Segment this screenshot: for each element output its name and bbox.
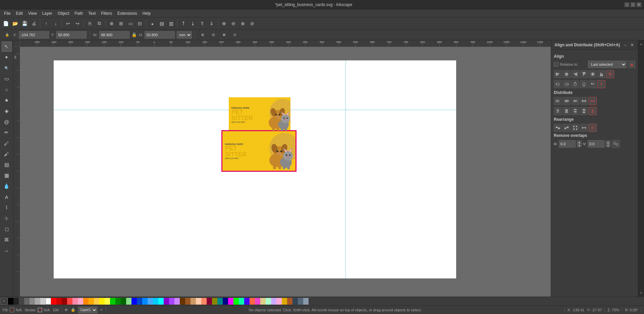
w-input[interactable] bbox=[99, 31, 129, 39]
align-top-edge-button[interactable] bbox=[580, 70, 588, 78]
palette-swatch-navy[interactable] bbox=[223, 298, 228, 305]
palette-swatch-brown2[interactable] bbox=[185, 298, 191, 305]
rect-tool-button[interactable]: ▭ bbox=[2, 74, 12, 84]
x-input[interactable] bbox=[19, 31, 49, 39]
path-diff-button[interactable]: ⊖ bbox=[229, 19, 238, 28]
raise-button[interactable]: ⤒ bbox=[179, 19, 188, 28]
align-center-h-button[interactable] bbox=[589, 70, 597, 78]
stroke-swatch[interactable] bbox=[38, 308, 42, 312]
lock-aspect-icon[interactable]: 🔒 bbox=[131, 32, 137, 37]
eraser-tool-button[interactable]: ◻ bbox=[2, 224, 12, 234]
palette-swatch-pink1[interactable] bbox=[72, 298, 78, 305]
palette-swatch-xlgray[interactable] bbox=[40, 298, 46, 305]
lower-bottom-button[interactable]: ⇓ bbox=[207, 19, 216, 28]
palette-swatch-maroon[interactable] bbox=[207, 298, 212, 305]
print-button[interactable]: 🖨 bbox=[30, 19, 38, 28]
align-right-edge-button[interactable] bbox=[571, 70, 579, 78]
redo-button[interactable]: ↪ bbox=[73, 19, 82, 28]
palette-swatch-magenta[interactable] bbox=[228, 298, 233, 305]
palette-swatch-dark1[interactable] bbox=[13, 298, 19, 305]
fill-swatch[interactable] bbox=[10, 308, 14, 312]
smudge-tool-button[interactable]: ⌘ bbox=[2, 235, 12, 245]
dist-top-edges[interactable] bbox=[554, 107, 562, 115]
palette-swatch-red1[interactable] bbox=[51, 298, 56, 305]
dist-centers-v[interactable] bbox=[562, 97, 571, 105]
maximize-button[interactable]: □ bbox=[631, 2, 635, 7]
unit-select[interactable]: mm bbox=[177, 31, 192, 39]
align-bottom-edge-button[interactable] bbox=[597, 70, 605, 78]
palette-swatch-dark2[interactable] bbox=[19, 298, 24, 305]
palette-swatch-peach[interactable] bbox=[196, 298, 201, 305]
remove-overlaps-apply-button[interactable] bbox=[612, 140, 620, 148]
zoom-select-button[interactable]: ⊕ bbox=[107, 19, 116, 28]
menu-text[interactable]: Text bbox=[86, 10, 98, 16]
lock-icon[interactable]: 🔒 bbox=[71, 308, 75, 312]
text-tool-button[interactable]: A bbox=[2, 192, 12, 202]
h-overlap-increment[interactable]: ▲ bbox=[577, 141, 582, 144]
palette-swatch-lime[interactable] bbox=[233, 298, 239, 305]
align-extra[interactable] bbox=[597, 80, 605, 88]
palette-swatch-red3[interactable] bbox=[62, 298, 67, 305]
palette-swatch-olive[interactable] bbox=[212, 298, 217, 305]
y-input[interactable] bbox=[56, 31, 87, 39]
transform-options-1[interactable]: ⊞ bbox=[198, 31, 207, 39]
h-overlap-input[interactable] bbox=[559, 140, 576, 148]
open-button[interactable]: 📂 bbox=[11, 19, 19, 28]
menu-filters[interactable]: Filters bbox=[98, 10, 115, 16]
save-button[interactable]: 💾 bbox=[20, 19, 29, 28]
palette-swatch-cyan2[interactable] bbox=[158, 298, 164, 305]
palette-swatch-indigo[interactable] bbox=[244, 298, 250, 305]
palette-swatch-wheat[interactable] bbox=[260, 298, 266, 305]
import-button[interactable]: ↑ bbox=[42, 19, 51, 28]
palette-swatch-purple2[interactable] bbox=[169, 298, 174, 305]
close-button[interactable]: ✕ bbox=[637, 2, 641, 7]
strip-button-2[interactable]: ▼ bbox=[639, 291, 644, 295]
palette-swatch-green1[interactable] bbox=[110, 298, 115, 305]
node-editor-button[interactable]: ⬥ bbox=[148, 19, 157, 28]
align-bottom-anchor[interactable] bbox=[580, 80, 588, 88]
rearrange-exchange-button[interactable] bbox=[554, 124, 562, 132]
h-input[interactable] bbox=[145, 31, 175, 39]
panel-minimize-icon[interactable]: ─ bbox=[623, 42, 628, 48]
layer-select[interactable]: Layer1 bbox=[78, 307, 97, 313]
paste-in-place-button[interactable]: ⧉ bbox=[95, 19, 104, 28]
palette-swatch-orange3[interactable] bbox=[94, 298, 99, 305]
gradient-tool-button[interactable]: ▦ bbox=[2, 170, 12, 180]
bucket-tool-button[interactable]: ▤ bbox=[2, 160, 12, 170]
path-intersect-button[interactable]: ⊗ bbox=[238, 19, 247, 28]
path-union-button[interactable]: ⊕ bbox=[220, 19, 228, 28]
visibility-icon[interactable]: 👁 bbox=[64, 308, 68, 312]
menu-file[interactable]: File bbox=[1, 10, 13, 16]
dist-centers-h[interactable] bbox=[562, 107, 571, 115]
rearrange-unclump-button[interactable] bbox=[571, 124, 579, 132]
ungroup-button[interactable]: ▥ bbox=[167, 19, 175, 28]
panel-close-icon[interactable]: ✕ bbox=[629, 42, 635, 48]
palette-swatch-mint[interactable] bbox=[266, 298, 271, 305]
transform-options-2[interactable]: ⊟ bbox=[209, 31, 218, 39]
palette-swatch-brown1[interactable] bbox=[180, 298, 185, 305]
pencil-tool-button[interactable]: ✏ bbox=[2, 127, 12, 138]
align-left-anchor[interactable] bbox=[554, 80, 562, 88]
palette-swatch-orange2[interactable] bbox=[89, 298, 94, 305]
palette-swatch-rose[interactable] bbox=[276, 298, 282, 305]
transform-options-3[interactable]: ⊠ bbox=[220, 31, 228, 39]
align-center-v-button[interactable] bbox=[562, 70, 571, 78]
palette-swatch-yellow2[interactable] bbox=[105, 298, 110, 305]
canvas-viewport[interactable]: Katherine Smith PETSITTER (555) 123-4567 bbox=[20, 47, 551, 297]
align-ref-button[interactable]: ▣ bbox=[628, 61, 635, 68]
dist-bottom-edges[interactable] bbox=[571, 107, 579, 115]
zoom-page-button[interactable]: ▭ bbox=[126, 19, 135, 28]
zoom-width-button[interactable]: ⊟ bbox=[136, 19, 144, 28]
raise-top-button[interactable]: ⇑ bbox=[198, 19, 207, 28]
v-overlap-decrement[interactable]: ▼ bbox=[606, 144, 610, 147]
undo-button[interactable]: ↩ bbox=[64, 19, 72, 28]
zoom-drawing-button[interactable]: ⊞ bbox=[117, 19, 125, 28]
rearrange-exchange2-button[interactable] bbox=[562, 124, 571, 132]
strip-button-1[interactable]: ▲ bbox=[639, 42, 644, 46]
palette-swatch-gold[interactable] bbox=[282, 298, 287, 305]
menu-layer[interactable]: Layer bbox=[40, 10, 55, 16]
palette-swatch-lavender[interactable] bbox=[271, 298, 276, 305]
new-button[interactable]: 📄 bbox=[1, 19, 10, 28]
palette-swatch-orange1[interactable] bbox=[83, 298, 89, 305]
rearrange-exchange3-button[interactable] bbox=[580, 124, 588, 132]
